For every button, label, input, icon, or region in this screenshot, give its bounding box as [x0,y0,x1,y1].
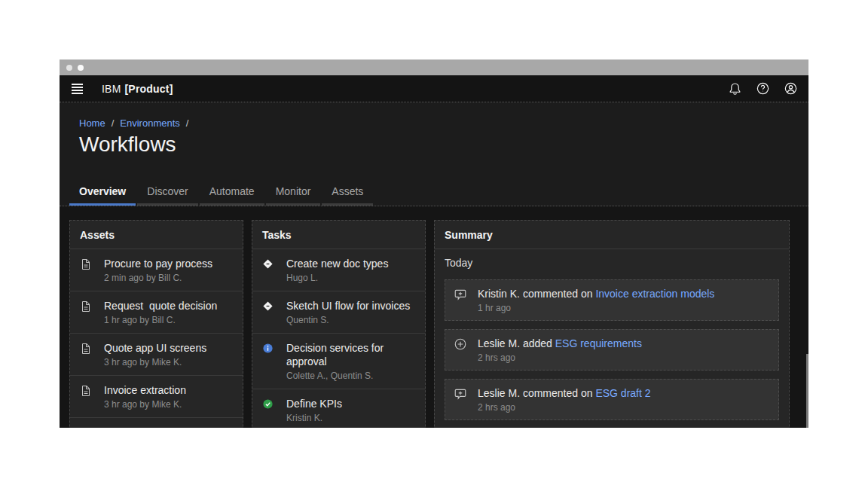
asset-meta: 3 hr ago by Mike K. [104,356,206,368]
task-title: Create new doc types [286,257,388,270]
activity-item[interactable]: Kristin K. commented on Invoice extracti… [445,279,779,321]
tab-overview[interactable]: Overview [69,181,136,206]
product-name: [Product] [125,83,173,95]
activity-link[interactable]: ESG requirements [555,337,642,349]
window-control-icon[interactable] [66,65,72,71]
task-assignee: Hugo L. [286,272,388,284]
asset-list-item[interactable]: Procure to pay process 2 min ago by Bill… [70,249,243,291]
window-control-icon[interactable] [78,65,84,71]
checkmark-icon [262,397,280,424]
activity-text: Kristin K. commented on [478,288,595,300]
assets-card-title: Assets [70,221,243,249]
assets-card: Assets Procure to pay process 2 min ago … [69,220,243,428]
incomplete-diamond-icon [262,299,280,326]
asset-meta: 3 hr ago by Mike K. [104,398,186,410]
help-icon[interactable] [755,81,770,96]
task-title: Sketch UI flow for invoices [286,299,410,313]
task-list-item[interactable]: Sketch UI flow for invoices Quentin S. [252,291,425,333]
notification-bell-icon[interactable] [727,81,742,96]
page-hero: Home / Environments / Workflows Overview… [60,102,808,206]
summary-group-label: Today [445,257,779,269]
task-assignee: Quentin S. [286,314,410,326]
breadcrumb-separator: / [186,117,189,129]
comment-icon [454,287,469,313]
asset-list-item[interactable]: Invoice extraction 3 hr ago by Mike K. [70,375,243,417]
activity-item[interactable]: Leslie M. commented on ESG draft 2 2 hrs… [445,379,779,420]
vertical-scrollbar[interactable] [806,354,808,428]
document-icon [80,341,98,368]
activity-text: Leslie M. commented on [478,387,595,399]
breadcrumb-separator: / [112,117,115,129]
activity-text: Leslie M. added [478,337,555,349]
asset-title: Invoice validation [104,425,185,428]
task-assignee: Colette A., Quentin S. [286,370,415,382]
brand: IBM [Product] [102,83,173,95]
summary-card: Summary Today Kristin K. commented on In… [434,220,790,428]
window-titlebar [60,59,808,75]
asset-meta: 2 min ago by Bill C. [104,272,212,284]
tab-monitor[interactable]: Monitor [266,181,321,206]
add-circle-icon [454,337,469,363]
document-icon [80,299,98,326]
brand-name: IBM [102,83,121,95]
asset-meta: 1 hr ago by Bill C. [104,314,217,326]
task-list-item[interactable]: Define KPIs Kristin K. [252,389,425,428]
breadcrumb: Home / Environments / [79,117,808,129]
document-icon [80,383,98,410]
user-avatar-icon[interactable] [783,81,798,96]
task-list-item[interactable]: Create new doc types Hugo L. [252,249,425,291]
tasks-card-title: Tasks [252,221,425,249]
menu-icon[interactable] [69,84,84,94]
summary-card-title: Summary [435,221,789,249]
page-title: Workflows [79,131,808,158]
activity-link[interactable]: ESG draft 2 [595,387,650,399]
task-assignee: Kristin K. [286,412,342,424]
asset-title: Quote app UI screens [104,341,206,355]
app-window: IBM [Product] [60,59,808,428]
breadcrumb-home-link[interactable]: Home [79,117,105,129]
tab-discover[interactable]: Discover [137,181,197,206]
tab-automate[interactable]: Automate [200,181,264,206]
activity-time: 2 hrs ago [478,402,651,413]
task-title: Define KPIs [286,397,342,410]
info-icon [262,341,280,382]
header-actions [727,81,798,96]
task-title: Decision services for approval [286,341,415,368]
incomplete-diamond-icon [262,257,280,284]
document-icon [80,257,98,284]
tasks-card: Tasks Create new doc types Hugo L. Sketc… [252,220,426,428]
activity-time: 1 hr ago [478,303,714,313]
asset-list-item[interactable]: Request quote decision 1 hr ago by Bill … [70,291,243,333]
asset-list-item[interactable]: Quote app UI screens 3 hr ago by Mike K. [70,333,243,375]
task-list-item[interactable]: Decision services for approval Colette A… [252,333,425,389]
asset-title: Invoice extraction [104,383,186,397]
content-area: Assets Procure to pay process 2 min ago … [60,206,808,428]
asset-title: Procure to pay process [104,257,212,270]
asset-list-item[interactable]: Invoice validation [70,417,243,428]
asset-title: Request quote decision [104,299,217,313]
tab-assets[interactable]: Assets [322,181,373,206]
activity-link[interactable]: Invoice extraction models [595,288,714,300]
breadcrumb-environments-link[interactable]: Environments [120,117,179,129]
app-header: IBM [Product] [60,75,808,102]
activity-time: 2 hrs ago [478,352,642,363]
tab-bar: Overview Discover Automate Monitor Asset… [69,181,808,206]
document-icon [80,425,98,428]
comment-icon [454,386,469,413]
activity-item[interactable]: Leslie M. added ESG requirements 2 hrs a… [445,329,779,371]
